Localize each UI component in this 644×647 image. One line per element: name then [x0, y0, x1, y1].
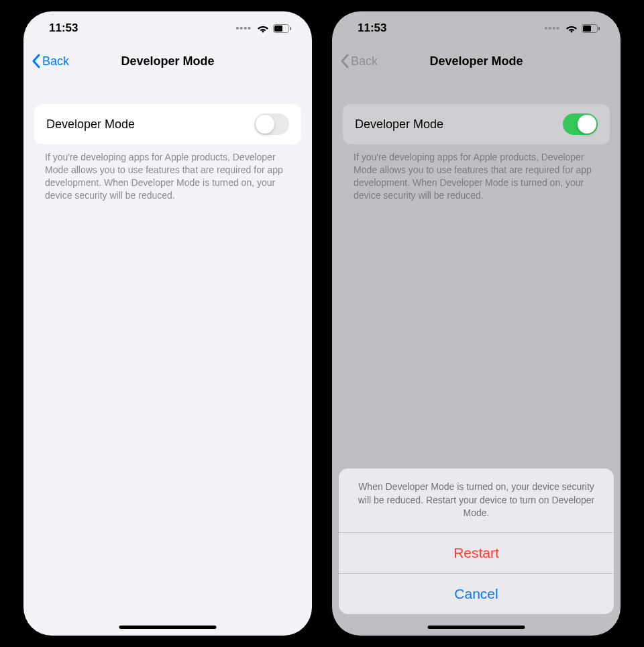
cancel-button[interactable]: Cancel — [339, 574, 614, 614]
developer-mode-label: Developer Mode — [46, 117, 135, 132]
toggle-knob — [256, 115, 274, 134]
setting-description: If you're developing apps for Apple prod… — [332, 144, 621, 202]
svg-rect-4 — [583, 26, 591, 32]
svg-rect-2 — [290, 27, 291, 30]
toggle-knob — [578, 115, 596, 134]
status-time: 11:53 — [49, 21, 78, 35]
developer-mode-label: Developer Mode — [355, 117, 443, 132]
wifi-icon — [566, 24, 578, 33]
phone-left: 11:53 •••• Back Developer Mode Developer… — [23, 11, 312, 636]
back-button[interactable]: Back — [32, 54, 69, 68]
back-label: Back — [351, 54, 378, 68]
action-sheet-message: When Developer Mode is turned on, your d… — [339, 468, 614, 533]
chevron-left-icon — [32, 54, 41, 68]
cellular-icon: •••• — [544, 23, 560, 34]
phone-right: 11:53 •••• Back Developer Mode Developer… — [332, 11, 621, 636]
nav-bar: Back Developer Mode — [332, 45, 621, 77]
developer-mode-row: Developer Mode — [34, 104, 301, 144]
developer-mode-toggle[interactable] — [254, 113, 289, 135]
page-title: Developer Mode — [121, 54, 214, 68]
page-title: Developer Mode — [429, 54, 523, 68]
setting-description: If you're developing apps for Apple prod… — [23, 144, 312, 202]
status-time: 11:53 — [358, 21, 386, 35]
status-bar: 11:53 •••• — [332, 11, 621, 45]
home-indicator[interactable] — [119, 626, 217, 629]
back-label: Back — [42, 54, 69, 68]
svg-rect-1 — [274, 26, 282, 32]
wifi-icon — [257, 24, 269, 33]
nav-bar: Back Developer Mode — [23, 45, 312, 77]
battery-icon — [582, 24, 600, 33]
developer-mode-row: Developer Mode — [343, 104, 610, 144]
svg-rect-5 — [598, 27, 600, 30]
status-icons: •••• — [235, 23, 292, 34]
cellular-icon: •••• — [235, 23, 252, 34]
status-bar: 11:53 •••• — [23, 11, 312, 45]
action-sheet-group: When Developer Mode is turned on, your d… — [339, 468, 614, 614]
chevron-left-icon — [340, 54, 350, 68]
content-area: Developer Mode If you're developing apps… — [23, 77, 312, 636]
action-sheet: When Developer Mode is turned on, your d… — [339, 468, 614, 614]
back-button[interactable]: Back — [340, 54, 378, 68]
developer-mode-toggle[interactable] — [563, 113, 598, 135]
restart-button[interactable]: Restart — [339, 533, 614, 574]
home-indicator[interactable] — [428, 626, 525, 629]
status-icons: •••• — [544, 23, 600, 34]
battery-icon — [273, 24, 292, 33]
